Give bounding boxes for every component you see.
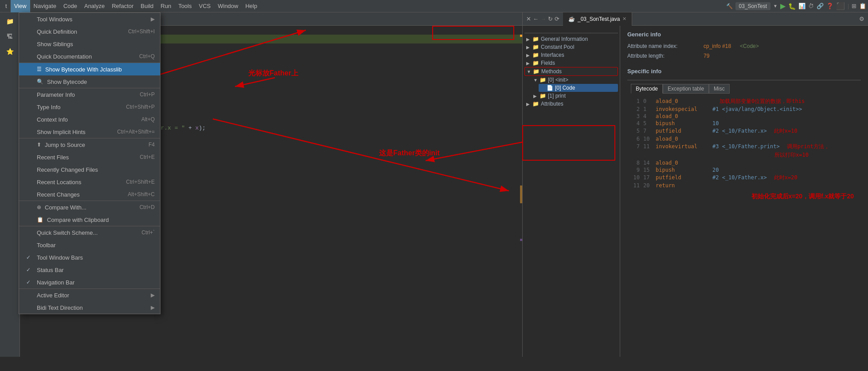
jclasslib-close-icon[interactable]: ✕ bbox=[526, 16, 531, 22]
menu-view[interactable]: View bbox=[11, 0, 30, 12]
menu-show-implicit[interactable]: Show Implicit Hints Ctrl+Alt+Shift+= bbox=[19, 126, 160, 138]
label-recently-changed: Recently Changed Files bbox=[37, 166, 98, 173]
label-recent-locations: Recent Locations bbox=[37, 179, 81, 186]
tree-general-info[interactable]: ▶ 📁 General Information bbox=[524, 35, 618, 43]
tree-init-method[interactable]: ▼ 📁 [0] <init> bbox=[532, 76, 618, 84]
debug-icon[interactable]: 🐛 bbox=[788, 3, 796, 10]
tree-arrow-pool: ▶ bbox=[526, 45, 531, 50]
separator: | bbox=[848, 3, 849, 9]
menu-file[interactable]: t bbox=[2, 0, 11, 12]
bytecode-tab-exception[interactable]: Exception table bbox=[663, 84, 709, 94]
menu-jump-to-source[interactable]: ⬆ Jump to Source F4 bbox=[19, 138, 160, 151]
layout-icon[interactable]: 📋 bbox=[859, 3, 866, 9]
expand-run-config[interactable]: ▼ bbox=[773, 4, 778, 8]
help-icon[interactable]: ❓ bbox=[826, 3, 833, 9]
jclasslib-refresh-icon[interactable]: ↻ bbox=[548, 16, 553, 22]
tree-attributes[interactable]: ▶ 📁 Attributes bbox=[524, 100, 618, 108]
menu-recently-changed[interactable]: Recently Changed Files bbox=[19, 163, 160, 176]
run-button[interactable]: ▶ bbox=[780, 2, 786, 10]
attr-name-value: cp_info #18 bbox=[704, 43, 731, 49]
tree-constant-pool[interactable]: ▶ 📁 Constant Pool bbox=[524, 43, 618, 51]
tree-methods-children: ▼ 📁 [0] <init> 📄 [0] Code bbox=[524, 76, 618, 100]
menu-recent-locations[interactable]: Recent Locations Ctrl+Shift+E bbox=[19, 176, 160, 188]
bytecode-tabs: Bytecode Exception table Misc bbox=[631, 84, 857, 94]
bc-linenum-2: 2 bbox=[631, 106, 640, 112]
bc-linenum-6: 6 bbox=[631, 136, 640, 142]
tree-fields[interactable]: ▶ 📁 Fields bbox=[524, 59, 618, 67]
bytecode-row-1: 1 0 aload_0 加载局部变量0位置的数据，即this bbox=[631, 97, 857, 106]
menu-compare-clipboard[interactable]: 📋 Compare with Clipboard bbox=[19, 213, 160, 226]
bytecode-tab-bytecode[interactable]: Bytecode bbox=[631, 84, 663, 94]
stop-button[interactable]: ⬛ bbox=[836, 2, 845, 10]
icon-jump: ⬆ bbox=[37, 142, 41, 148]
bc-instr-5: putfield bbox=[656, 128, 709, 134]
settings-icon[interactable]: ⚙ bbox=[856, 14, 868, 24]
menu-show-bytecode[interactable]: 🔍 Show Bytecode bbox=[19, 75, 160, 88]
menu-code[interactable]: Code bbox=[60, 0, 81, 12]
menu-quick-documentation[interactable]: Quick Documentation Ctrl+Q bbox=[19, 50, 160, 63]
profile-icon[interactable]: ⏱ bbox=[808, 3, 814, 9]
bc-linenum-8: 8 bbox=[631, 160, 640, 166]
bc-comment-1: 加载局部变量0位置的数据，即this bbox=[719, 98, 805, 105]
sidebar-favorites-icon[interactable]: ⭐ bbox=[3, 44, 17, 59]
bytecode-table: 1 0 aload_0 加载局部变量0位置的数据，即this 2 1 invok… bbox=[631, 97, 857, 189]
folder-icon-fields: 📁 bbox=[532, 60, 539, 66]
menu-tool-windows[interactable]: Tool Windows ▶ bbox=[19, 13, 160, 25]
menu-quick-switch[interactable]: Quick Switch Scheme... Ctrl+` bbox=[19, 226, 160, 239]
menu-vcs[interactable]: VCS bbox=[195, 0, 215, 12]
menu-toolbar[interactable]: Toolbar bbox=[19, 239, 160, 251]
attr-name-row: Attribute name index: cp_info #18 <Code> bbox=[627, 43, 861, 49]
menu-quick-definition[interactable]: Quick Definition Ctrl+Shift+I bbox=[19, 25, 160, 38]
final-annotation: 初始化完成后x=20，调用f.x就等于20 bbox=[631, 193, 857, 201]
sidebar-project-icon[interactable]: 📁 bbox=[3, 14, 17, 28]
bytecode-row-4: 4 5 bipush 10 bbox=[631, 120, 857, 127]
bc-linenum-7: 7 bbox=[631, 143, 640, 150]
menu-type-info[interactable]: Type Info Ctrl+Shift+P bbox=[19, 101, 160, 113]
jclasslib-tab-close[interactable]: ✕ bbox=[622, 16, 626, 22]
bc-arg-4: 10 bbox=[712, 120, 719, 126]
tree-code-item[interactable]: 📄 [0] Code bbox=[539, 84, 618, 92]
sidebar-structure-icon[interactable]: 🏗 bbox=[3, 29, 17, 43]
menu-show-siblings[interactable]: Show Siblings bbox=[19, 38, 160, 50]
jclasslib-tab-main[interactable]: ☕ _03_SonTest.java ✕ bbox=[563, 12, 632, 26]
jclasslib-content: ▶ 📁 General Information ▶ 📁 Constant Poo… bbox=[523, 26, 868, 357]
jclasslib-forward-icon[interactable]: → bbox=[540, 16, 546, 22]
menu-status-bar[interactable]: ✓ Status Bar bbox=[19, 264, 160, 276]
bc-instr-11: return bbox=[656, 182, 709, 189]
menu-tool-window-bars[interactable]: ✓ Tool Window Bars bbox=[19, 251, 160, 264]
menu-run[interactable]: Run bbox=[157, 0, 175, 12]
tree-interfaces[interactable]: ▶ 📁 Interfaces bbox=[524, 51, 618, 59]
tree-print-method[interactable]: ▶ 📁 [1] print bbox=[532, 92, 618, 100]
label-tool-window-bars: Tool Window Bars bbox=[37, 254, 83, 261]
tree-arrow-methods: ▼ bbox=[527, 69, 531, 74]
menu-show-bytecode-jclasslib[interactable]: ☰ Show Bytecode With Jclasslib bbox=[19, 63, 160, 75]
menu-build[interactable]: Build bbox=[137, 0, 157, 12]
menu-context-info[interactable]: Context Info Alt+Q bbox=[19, 113, 160, 126]
menu-help[interactable]: Help bbox=[242, 0, 261, 12]
menu-refactor[interactable]: Refactor bbox=[108, 0, 137, 12]
menu-active-editor[interactable]: Active Editor ▶ bbox=[19, 289, 160, 301]
menu-parameter-info[interactable]: Parameter Info Ctrl+P bbox=[19, 88, 160, 101]
menu-compare-with[interactable]: ⊕ Compare With... Ctrl+D bbox=[19, 201, 160, 213]
tree-methods[interactable]: ▼ 📁 Methods bbox=[524, 67, 618, 76]
menu-tools[interactable]: Tools bbox=[175, 0, 195, 12]
menu-recent-changes[interactable]: Recent Changes Alt+Shift+C bbox=[19, 188, 160, 201]
bc-instr-8: aload_0 bbox=[656, 160, 709, 166]
hammer-icon[interactable]: 🔨 bbox=[726, 3, 733, 9]
coverage-icon[interactable]: 📊 bbox=[798, 3, 805, 9]
jclasslib-back-icon[interactable]: ← bbox=[533, 16, 539, 22]
run-config-name[interactable]: 03_SonTest bbox=[735, 2, 770, 10]
split-icon[interactable]: ⊞ bbox=[852, 3, 856, 9]
menu-navigate[interactable]: Navigate bbox=[30, 0, 60, 12]
label-show-bytecode: Show Bytecode bbox=[47, 79, 87, 85]
jclasslib-sync-icon[interactable]: ⟳ bbox=[555, 16, 559, 22]
tree-arrow-init: ▼ bbox=[533, 78, 538, 83]
label-type-info: Type Info bbox=[37, 104, 60, 111]
menu-navigation-bar[interactable]: ✓ Navigation Bar bbox=[19, 276, 160, 288]
menu-recent-files[interactable]: Recent Files Ctrl+E bbox=[19, 151, 160, 163]
menu-window[interactable]: Window bbox=[214, 0, 242, 12]
menu-analyze[interactable]: Analyze bbox=[81, 0, 108, 12]
attach-icon[interactable]: 🔗 bbox=[817, 3, 824, 9]
bytecode-tab-misc[interactable]: Misc bbox=[709, 84, 730, 94]
menu-bidi-text[interactable]: Bidi Text Direction ▶ bbox=[19, 301, 160, 314]
